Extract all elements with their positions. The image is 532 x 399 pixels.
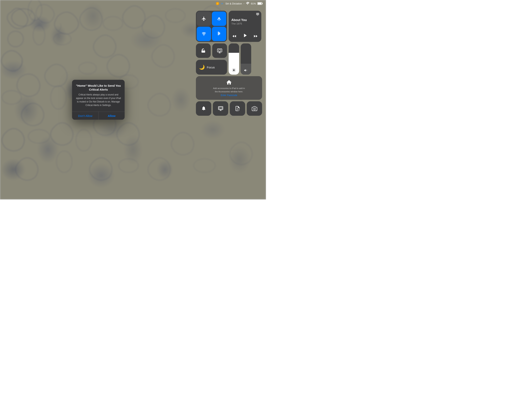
dont-allow-button[interactable]: Don't Allow: [72, 112, 98, 120]
wifi-toggle-button[interactable]: [197, 27, 211, 41]
brightness-slider[interactable]: [229, 44, 239, 75]
alert-message: Critical Alerts always play a sound and …: [75, 93, 121, 107]
focus-moon-icon: 🌙: [199, 64, 205, 70]
connectivity-block: [196, 11, 227, 42]
svg-rect-23: [217, 49, 222, 52]
svg-point-29: [253, 108, 255, 110]
airdrop-button[interactable]: [212, 12, 226, 26]
focus-label: Focus: [207, 66, 215, 69]
wifi-svg: [246, 2, 249, 5]
quick-note-button[interactable]: [230, 101, 245, 116]
bluetooth-button[interactable]: [212, 27, 226, 41]
allow-button[interactable]: Allow: [99, 112, 125, 120]
battery-percentage: 91%: [251, 2, 256, 5]
forward-button[interactable]: [253, 34, 259, 39]
svg-text:↺: ↺: [204, 49, 205, 50]
airplane-mode-button[interactable]: [197, 12, 211, 26]
alert-content: "Home" Would Like to Send You Critical A…: [72, 80, 125, 109]
battery-icon: [257, 2, 263, 5]
rewind-button[interactable]: [231, 34, 237, 39]
location-icon: ➤: [221, 2, 224, 5]
siri-notification-icon: ⚡: [216, 2, 219, 5]
camera-button[interactable]: [247, 101, 262, 116]
volume-slider[interactable]: [241, 44, 251, 75]
wifi-icon: [246, 2, 249, 5]
window-switcher-button[interactable]: [213, 101, 228, 116]
siri-label: Siri & Dictation: [225, 2, 242, 5]
svg-rect-24: [218, 50, 221, 51]
siri-chevron: ›: [244, 3, 244, 5]
enter-passcode-link[interactable]: Enter Passcode: [221, 94, 237, 97]
now-playing-widget: About You The 1975: [229, 11, 261, 42]
brightness-icon: [232, 68, 236, 73]
volume-icon: [244, 68, 248, 73]
svg-rect-18: [258, 3, 261, 5]
airplay-icon[interactable]: [256, 13, 259, 16]
alert-buttons: Don't Allow Allow: [72, 112, 125, 120]
screen-mirroring-button[interactable]: [212, 44, 227, 58]
control-center: About You The 1975: [196, 11, 262, 116]
svg-rect-19: [262, 3, 263, 4]
now-playing-artist: The 1975: [231, 22, 259, 25]
home-widget-text: Add accessories to iPad to add in the Ac…: [213, 87, 245, 93]
bottom-controls-row: [196, 101, 262, 116]
alert-dialog: "Home" Would Like to Send You Critical A…: [72, 80, 125, 120]
now-playing-title: About You: [231, 18, 259, 22]
play-button[interactable]: [242, 33, 248, 39]
svg-point-25: [233, 69, 235, 71]
focus-button[interactable]: 🌙 Focus: [196, 60, 227, 75]
home-icon: [226, 79, 232, 85]
screen-rotation-lock-button[interactable]: ↺: [196, 44, 211, 58]
alert-overlay: "Home" Would Like to Send You Critical A…: [72, 80, 125, 120]
alert-title: "Home" Would Like to Send You Critical A…: [75, 84, 121, 91]
battery-svg: [257, 2, 263, 5]
svg-rect-27: [219, 107, 222, 109]
notifications-button[interactable]: [196, 101, 211, 116]
home-widget: Add accessories to iPad to add in the Ac…: [196, 76, 262, 100]
status-bar: ⚡ ➤ Siri & Dictation › 91%: [0, 0, 266, 7]
